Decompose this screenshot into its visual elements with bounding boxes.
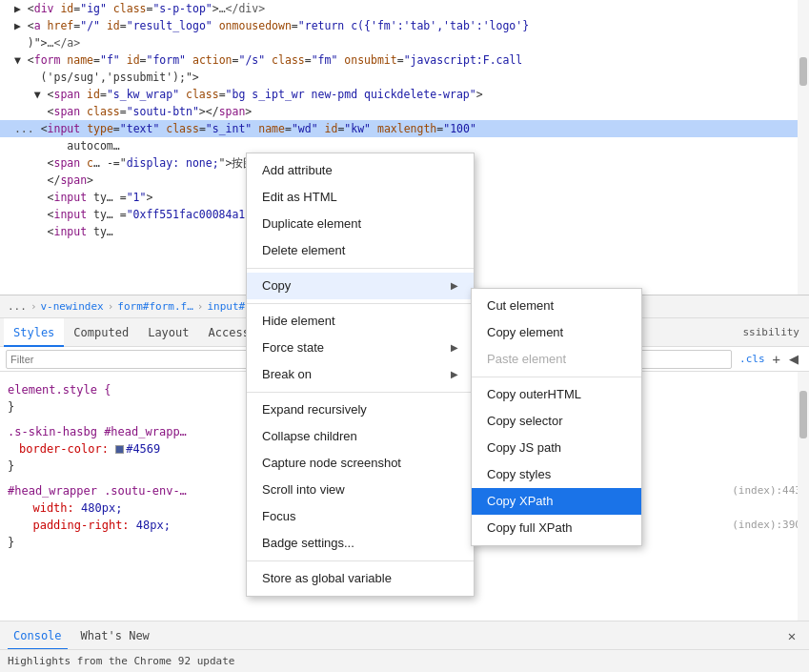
styles-scrollbar[interactable] xyxy=(798,372,809,621)
menu-label-copy-element: Copy element xyxy=(487,319,563,346)
menu-item-focus[interactable]: Focus xyxy=(247,503,474,530)
css-value-3: 48px; xyxy=(136,519,171,532)
menu-label-add-attribute: Add attribute xyxy=(262,157,333,184)
menu-separator-3 xyxy=(247,392,474,393)
breadcrumb-sep-2: › xyxy=(108,295,114,318)
menu-label-copy-full-xpath: Copy full XPath xyxy=(487,515,573,541)
menu-item-copy-js-path[interactable]: Copy JS path xyxy=(472,435,641,461)
menu-item-collapse-children[interactable]: Collapse children xyxy=(247,423,474,450)
menu-item-copy-element[interactable]: Copy element xyxy=(472,319,641,346)
menu-item-capture-screenshot[interactable]: Capture node screenshot xyxy=(247,450,474,477)
css-prop-2: width: 480px; xyxy=(19,501,122,515)
dom-text: <input ty… ="0xff551fac00084a1f"> xyxy=(8,208,265,221)
menu-label-cut-element: Cut element xyxy=(487,293,554,319)
menu-label-force-state: Force state xyxy=(262,335,324,361)
menu-separator-1 xyxy=(247,268,474,269)
menu-item-force-state[interactable]: Force state ▶ xyxy=(247,335,474,361)
dom-text: autocom… xyxy=(8,139,120,153)
cls-button[interactable]: .cls xyxy=(736,353,769,365)
menu-label-edit-html: Edit as HTML xyxy=(262,184,337,211)
menu-item-copy-styles[interactable]: Copy styles xyxy=(472,461,641,488)
menu-item-copy-selector[interactable]: Copy selector xyxy=(472,408,641,435)
menu-item-copy-outerhtml[interactable]: Copy outerHTML xyxy=(472,381,641,408)
menu-item-copy-xpath[interactable]: Copy XPath xyxy=(472,488,641,515)
css-brace-1: } xyxy=(8,400,14,414)
menu-label-copy-js-path: Copy JS path xyxy=(487,435,561,461)
css-value-2: 480px; xyxy=(81,501,122,515)
accessibility-label: ssibility xyxy=(737,324,805,340)
breadcrumb-item-2[interactable]: form#form.f… xyxy=(117,295,192,318)
menu-item-hide[interactable]: Hide element xyxy=(247,308,474,335)
css-source-2[interactable]: (index):390 xyxy=(732,517,801,534)
menu-label-delete: Delete element xyxy=(262,237,345,264)
menu-item-badge-settings[interactable]: Badge settings... xyxy=(247,530,474,557)
dom-line-5[interactable]: ('ps/sug','pssubmit');"> xyxy=(0,69,809,86)
menu-label-capture-screenshot: Capture node screenshot xyxy=(262,450,401,477)
toggle-icon[interactable]: ◀ xyxy=(784,350,803,369)
dom-text: <input ty… xyxy=(8,225,113,238)
menu-item-cut-element[interactable]: Cut element xyxy=(472,293,641,319)
menu-separator-copy-1 xyxy=(472,377,641,377)
dom-line-6[interactable]: ▼ <span id="s_kw_wrap" class="bg s_ipt_w… xyxy=(0,86,809,103)
menu-label-break-on: Break on xyxy=(262,361,312,388)
dom-text: ▼ <span id="s_kw_wrap" class="bg s_ipt_w… xyxy=(8,88,483,101)
dom-scrollbar-thumb[interactable] xyxy=(799,57,807,86)
console-tab-whatsnew[interactable]: What's New xyxy=(75,621,155,650)
menu-label-badge-settings: Badge settings... xyxy=(262,530,354,557)
submenu-arrow-copy: ▶ xyxy=(451,273,458,299)
dom-line-2[interactable]: ▶ <a href="/" id="result_logo" onmousedo… xyxy=(0,17,809,34)
menu-item-edit-html[interactable]: Edit as HTML xyxy=(247,184,474,211)
breadcrumb-item-1[interactable]: v-newindex xyxy=(41,295,104,318)
dom-text: </span> xyxy=(8,173,93,187)
breadcrumb-sep-3: › xyxy=(197,295,204,318)
css-source-1[interactable]: (index):443 xyxy=(732,482,801,499)
menu-label-copy-styles: Copy styles xyxy=(487,461,551,488)
dom-line-7[interactable]: <span class="soutu-btn"></span> xyxy=(0,103,809,120)
menu-item-store-global[interactable]: Store as global variable xyxy=(247,565,474,592)
dom-text: ('ps/sug','pssubmit');"> xyxy=(8,71,199,84)
dom-line-3[interactable]: )">…</a> xyxy=(0,34,809,51)
menu-item-copy[interactable]: Copy ▶ xyxy=(247,273,474,299)
menu-item-break-on[interactable]: Break on ▶ xyxy=(247,361,474,388)
css-selector-1: element.style { xyxy=(8,383,111,397)
status-bar: Highlights from the Chrome 92 update xyxy=(0,649,809,672)
dom-line-8[interactable]: ... <input type="text" class="s_int" nam… xyxy=(0,120,809,137)
css-selector-2: .s-skin-hasbg #head_wrapp… xyxy=(8,425,187,438)
dom-text: ▶ <div id="ig" class="s-p-top">…</div> xyxy=(8,2,265,15)
menu-label-hide: Hide element xyxy=(262,308,335,335)
menu-label-collapse-children: Collapse children xyxy=(262,423,357,450)
console-tab-console[interactable]: Console xyxy=(8,621,68,650)
close-devtools-button[interactable]: ✕ xyxy=(782,626,801,645)
dom-text: <input ty… ="1"> xyxy=(8,191,152,204)
dom-line-1[interactable]: ▶ <div id="ig" class="s-p-top">…</div> xyxy=(0,0,809,17)
tab-computed[interactable]: Computed xyxy=(64,318,138,347)
menu-item-add-attribute[interactable]: Add attribute xyxy=(247,157,474,184)
menu-label-scroll-into-view: Scroll into view xyxy=(262,477,345,503)
menu-item-duplicate[interactable]: Duplicate element xyxy=(247,211,474,237)
breadcrumb-sep-1: › xyxy=(30,295,37,318)
dom-line-4[interactable]: ▼ <form name="f" id="form" action="/s" c… xyxy=(0,51,809,69)
devtools-panel: ▶ <div id="ig" class="s-p-top">…</div> ▶… xyxy=(0,0,809,672)
tab-layout[interactable]: Layout xyxy=(138,318,198,347)
css-value-1: #4569 xyxy=(126,442,160,456)
submenu-arrow-force: ▶ xyxy=(451,335,458,361)
menu-item-expand-recursively[interactable]: Expand recursively xyxy=(247,397,474,423)
menu-label-expand-recursively: Expand recursively xyxy=(262,397,367,423)
menu-item-delete[interactable]: Delete element xyxy=(247,237,474,264)
color-swatch-1[interactable] xyxy=(115,445,124,454)
tab-styles[interactable]: Styles xyxy=(4,318,64,347)
menu-label-store-global: Store as global variable xyxy=(262,565,392,592)
menu-separator-2 xyxy=(247,303,474,304)
styles-scrollbar-thumb[interactable] xyxy=(799,391,807,438)
context-menu-primary: Add attribute Edit as HTML Duplicate ele… xyxy=(246,153,475,597)
add-rule-button[interactable]: + xyxy=(773,352,780,367)
dom-scrollbar[interactable] xyxy=(798,0,809,295)
dom-text: )">…</a> xyxy=(8,36,80,50)
menu-item-scroll-into-view[interactable]: Scroll into view xyxy=(247,477,474,503)
dom-text: ▼ <form name="f" id="form" action="/s" c… xyxy=(8,53,522,67)
css-selector-3: #head_wrapper .soutu-env-… xyxy=(8,484,187,498)
menu-item-copy-full-xpath[interactable]: Copy full XPath xyxy=(472,515,641,541)
breadcrumb-ellipsis: ... xyxy=(8,295,27,318)
menu-label-copy-selector: Copy selector xyxy=(487,408,562,435)
menu-label-focus: Focus xyxy=(262,503,295,530)
